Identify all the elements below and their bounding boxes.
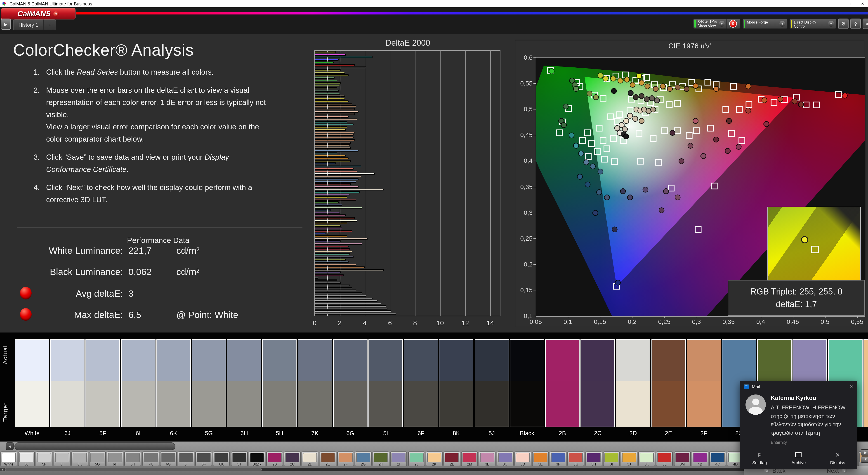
deltae-error-bar[interactable] xyxy=(315,80,337,82)
expand-panel-button[interactable]: ▶ xyxy=(861,449,868,455)
mail-notification[interactable]: Mail ✕ Katerina Kyrkou Δ.Τ. FREENOW| Η F… xyxy=(740,381,857,469)
deltae-error-bar[interactable] xyxy=(315,308,388,310)
deltae-error-bar[interactable] xyxy=(315,297,372,299)
deltae-error-bar[interactable] xyxy=(315,108,355,110)
deltae-error-bar[interactable] xyxy=(315,181,356,182)
patch-button[interactable]: 2H xyxy=(373,451,389,467)
deltae-error-bar[interactable] xyxy=(315,243,362,245)
patch-button[interactable]: 3I xyxy=(603,451,620,467)
deltae-error-bar[interactable] xyxy=(315,256,353,258)
chevron-down-icon[interactable]: ▼ xyxy=(719,21,725,27)
calman-logo-menu[interactable]: CalMAN 5 ▼ xyxy=(1,8,75,20)
meter-dropdown-xrite[interactable]: X-Rite i1ProDirect View ▼ 0 xyxy=(693,19,741,29)
deltae-error-bar[interactable] xyxy=(315,230,352,232)
patch-button[interactable]: 3K xyxy=(638,451,655,467)
patch-button[interactable]: 3M xyxy=(674,451,690,467)
deltae-error-bar[interactable] xyxy=(315,116,348,118)
deltae-error-bar[interactable] xyxy=(315,103,352,105)
deltae-error-bar[interactable] xyxy=(315,75,348,76)
deltae-error-bar[interactable] xyxy=(315,106,356,108)
deltae-error-bar[interactable] xyxy=(315,186,359,188)
patch-button[interactable]: 2I xyxy=(391,451,407,467)
meter-dropdown-mobile-forge[interactable]: Mobile Forge ▼ xyxy=(742,19,787,29)
deltae-error-bar[interactable] xyxy=(315,162,336,165)
deltae-error-bar[interactable] xyxy=(315,305,386,307)
deltae-error-bar[interactable] xyxy=(315,142,351,144)
deltae-error-bar[interactable] xyxy=(315,87,337,89)
settings-button[interactable]: ⚙ xyxy=(838,19,848,29)
deltae-error-bar[interactable] xyxy=(315,119,358,120)
minimize-button[interactable]: — xyxy=(835,0,846,7)
deltae-error-bar[interactable] xyxy=(315,199,356,201)
patch-button[interactable]: 4C xyxy=(709,451,726,467)
deltae-error-bar[interactable] xyxy=(315,134,353,136)
set-flag-button[interactable]: ⚐ Set flag xyxy=(740,451,779,465)
deltae-error-bar[interactable] xyxy=(315,279,337,281)
deltae-error-bar[interactable] xyxy=(315,300,377,302)
patch-button[interactable]: 6J xyxy=(18,451,35,467)
deltae-error-bar[interactable] xyxy=(315,137,353,139)
patch-button[interactable]: 3H xyxy=(585,451,602,467)
patch-button[interactable]: 3D xyxy=(515,451,531,467)
maximize-button[interactable]: □ xyxy=(846,0,857,7)
deltae-error-bar[interactable] xyxy=(315,313,396,315)
deltae-error-bar[interactable] xyxy=(315,194,350,196)
deltae-error-bar[interactable] xyxy=(315,295,366,297)
deltae-error-bar[interactable] xyxy=(315,126,347,128)
deltae-error-bar[interactable] xyxy=(315,176,361,177)
deltae-error-bar[interactable] xyxy=(315,59,338,61)
deltae-error-bar[interactable] xyxy=(315,240,341,242)
deltae-error-bar[interactable] xyxy=(315,51,336,53)
deltae-error-bar[interactable] xyxy=(315,277,318,279)
patch-button[interactable]: 5H xyxy=(125,451,141,467)
patch-button[interactable]: 2F xyxy=(337,451,354,467)
deltae-error-bar[interactable] xyxy=(315,261,348,263)
add-tab-button[interactable]: + xyxy=(43,20,56,30)
edge-partial-button[interactable]: E xyxy=(861,456,868,463)
deltae-error-bar[interactable] xyxy=(315,209,331,211)
deltae-error-bar[interactable] xyxy=(315,111,359,113)
patch-button[interactable]: 6G xyxy=(160,451,177,467)
deltae-error-bar[interactable] xyxy=(315,219,358,221)
collapse-panel-button[interactable]: ◀ xyxy=(863,19,868,29)
deltae-error-bar[interactable] xyxy=(315,269,383,271)
deltae-error-bar[interactable] xyxy=(315,248,350,250)
close-button[interactable]: ✕ xyxy=(857,0,868,7)
deltae-error-bar[interactable] xyxy=(315,202,338,203)
patch-button[interactable]: 3E xyxy=(532,451,549,467)
deltae-error-bar[interactable] xyxy=(315,129,346,131)
patch-button[interactable]: 2K xyxy=(426,451,442,467)
scroll-left-button[interactable]: ◀ xyxy=(0,468,4,471)
deltae-error-bar[interactable] xyxy=(315,274,344,276)
deltae-error-bar[interactable] xyxy=(315,235,347,237)
deltae-error-bar[interactable] xyxy=(315,64,355,66)
patch-button[interactable]: White xyxy=(0,451,17,467)
deltae-error-bar[interactable] xyxy=(315,253,350,255)
deltae-error-bar[interactable] xyxy=(315,100,348,102)
deltae-plot-area[interactable] xyxy=(314,50,500,316)
deltae-error-bar[interactable] xyxy=(315,225,341,227)
deltae-error-bar[interactable] xyxy=(315,259,346,260)
patch-button[interactable]: 3C xyxy=(497,451,513,467)
scrollbar-thumb[interactable] xyxy=(14,442,176,450)
deltae-error-bar[interactable] xyxy=(315,310,391,313)
deltae-error-bar[interactable] xyxy=(315,152,337,154)
deltae-error-bar[interactable] xyxy=(315,204,342,206)
deltae-error-bar[interactable] xyxy=(315,285,350,286)
patch-button[interactable]: 5G xyxy=(89,451,106,467)
deltae-error-bar[interactable] xyxy=(315,287,352,289)
deltae-error-bar[interactable] xyxy=(315,145,350,146)
patch-scrollbar-track[interactable]: ◀ xyxy=(0,468,868,471)
deltae-error-bar[interactable] xyxy=(315,124,353,125)
deltae-error-bar[interactable] xyxy=(315,54,346,55)
patch-button[interactable]: 6H xyxy=(107,451,123,467)
patch-button[interactable]: 2J xyxy=(408,451,425,467)
deltae-error-bar[interactable] xyxy=(315,139,355,141)
patch-button[interactable]: 2M xyxy=(461,451,478,467)
deltae-error-bar[interactable] xyxy=(315,246,348,247)
archive-button[interactable]: Archive xyxy=(779,451,818,465)
patch-button[interactable]: 5J xyxy=(231,451,248,467)
play-button[interactable]: ▶ xyxy=(1,19,11,30)
deltae-error-bar[interactable] xyxy=(315,72,345,73)
deltae-error-bar[interactable] xyxy=(315,238,367,240)
